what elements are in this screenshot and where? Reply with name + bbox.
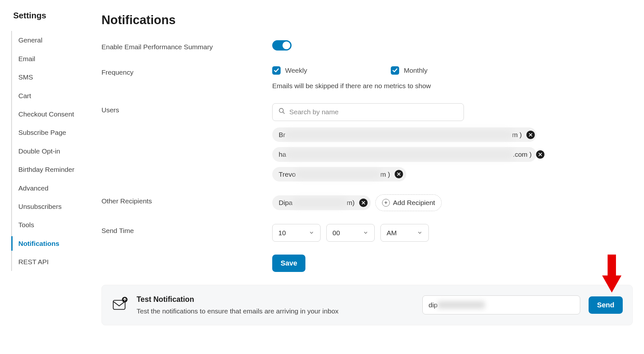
test-email-input[interactable]: dipxxxxxxxxxxxxxx <box>422 295 580 314</box>
user-pill: Trevoxxxxxxxxxxxxxxxxxxxxxxxxxm ) <box>272 167 406 182</box>
sidebar-item-subscribe-page[interactable]: Subscribe Page <box>12 123 92 142</box>
chevron-down-icon <box>363 230 369 236</box>
test-panel-description: Test the notifications to ensure that em… <box>137 306 339 316</box>
select-minute-value: 00 <box>332 228 340 238</box>
svg-line-1 <box>283 112 285 114</box>
sidebar-item-unsubscribers[interactable]: Unsubscribers <box>12 197 92 216</box>
sidebar-item-notifications[interactable]: Notifications <box>12 234 92 253</box>
label-users: Users <box>101 103 272 115</box>
sidebar-item-email[interactable]: Email <box>12 50 92 68</box>
label-other-recipients: Other Recipients <box>101 194 272 206</box>
select-ampm[interactable]: AM <box>380 224 429 242</box>
users-search-input[interactable] <box>289 108 458 116</box>
label-enable-summary: Enable Email Performance Summary <box>101 40 272 51</box>
select-hour-value: 10 <box>278 228 286 238</box>
test-panel-title: Test Notification <box>137 294 339 304</box>
check-icon <box>272 66 281 75</box>
mail-send-icon <box>111 295 128 314</box>
toggle-enable-summary[interactable] <box>272 40 292 51</box>
sidebar-item-birthday-reminder[interactable]: Birthday Reminder <box>12 160 92 179</box>
sidebar-item-tools[interactable]: Tools <box>12 216 92 234</box>
label-send-time: Send Time <box>101 224 272 235</box>
plus-icon: + <box>382 199 390 207</box>
select-hour[interactable]: 10 <box>272 224 321 242</box>
sidebar-item-cart[interactable]: Cart <box>12 87 92 105</box>
remove-user-icon[interactable] <box>526 131 535 139</box>
add-recipient-button[interactable]: + Add Recipient <box>375 194 442 211</box>
svg-point-0 <box>279 108 284 113</box>
settings-sidebar: Settings General Email SMS Cart Checkout… <box>11 10 92 325</box>
sidebar-item-general[interactable]: General <box>12 31 92 49</box>
sidebar-item-checkout-consent[interactable]: Checkout Consent <box>12 105 92 123</box>
chevron-down-icon <box>309 230 314 236</box>
sidebar-item-double-opt-in[interactable]: Double Opt-in <box>12 142 92 160</box>
main-content: Notifications Enable Email Performance S… <box>101 10 633 325</box>
save-button[interactable]: Save <box>272 255 305 272</box>
check-icon <box>391 66 399 75</box>
checkbox-monthly-label: Monthly <box>404 66 428 75</box>
recipient-pill: Dipaxxxxxxxxxxxxxxxxm) <box>272 195 371 210</box>
sidebar-item-rest-api[interactable]: REST API <box>12 253 92 271</box>
remove-user-icon[interactable] <box>395 170 403 178</box>
add-recipient-label: Add Recipient <box>393 198 435 207</box>
users-search[interactable] <box>272 103 464 121</box>
checkbox-weekly[interactable]: Weekly <box>272 66 307 75</box>
user-pill: haxxxxxxxxxxxxxxxxxxxxxxxxxxxxxxxxxxxxxx… <box>272 147 536 162</box>
sidebar-nav: General Email SMS Cart Checkout Consent … <box>11 31 92 271</box>
send-test-button[interactable]: Send <box>589 296 623 314</box>
sidebar-title: Settings <box>11 10 92 21</box>
chevron-down-icon <box>417 230 423 236</box>
remove-user-icon[interactable] <box>536 150 544 159</box>
remove-recipient-icon[interactable] <box>359 199 368 207</box>
frequency-helper-text: Emails will be skipped if there are no m… <box>272 81 633 90</box>
test-notification-panel: Test Notification Test the notifications… <box>101 285 633 325</box>
select-minute[interactable]: 00 <box>326 224 375 242</box>
search-icon <box>278 107 285 117</box>
user-pill: Brxxxxxxxxxxxxxxxxxxxxxxxxxxxxxxxxxxxxxx… <box>272 127 536 142</box>
sidebar-item-sms[interactable]: SMS <box>12 68 92 86</box>
checkbox-monthly[interactable]: Monthly <box>391 66 428 75</box>
sidebar-item-advanced[interactable]: Advanced <box>12 179 92 197</box>
label-frequency: Frequency <box>101 66 272 77</box>
checkbox-weekly-label: Weekly <box>285 66 307 75</box>
page-title: Notifications <box>101 12 633 29</box>
select-ampm-value: AM <box>387 228 397 238</box>
